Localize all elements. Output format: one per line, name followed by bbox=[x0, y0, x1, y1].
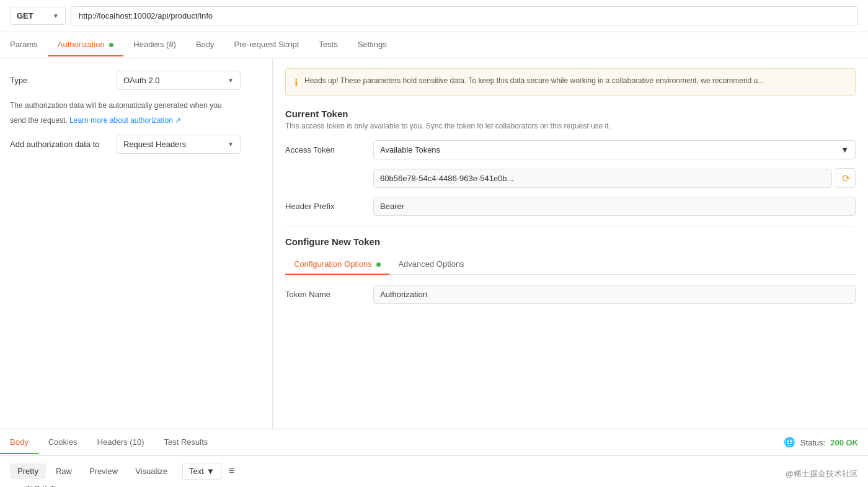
config-tabs-nav: Configuration Options Advanced Options bbox=[285, 254, 856, 275]
raw-button[interactable]: Raw bbox=[48, 463, 79, 479]
config-options-dot bbox=[376, 262, 381, 267]
text-label: Text bbox=[189, 467, 204, 476]
right-panel: ℹ Heads up! These parameters hold sensit… bbox=[273, 58, 868, 429]
type-value: OAuth 2.0 bbox=[123, 76, 160, 85]
token-refresh-button[interactable]: ⟳ bbox=[836, 168, 856, 188]
token-name-input[interactable] bbox=[373, 285, 856, 304]
tab-prerequest[interactable]: Pre-request Script bbox=[224, 34, 309, 56]
available-tokens-dropdown[interactable]: Available Tokens ▼ bbox=[373, 140, 856, 159]
url-input[interactable] bbox=[71, 6, 858, 25]
warning-icon: ℹ bbox=[294, 77, 298, 88]
token-value-row: ⟳ bbox=[285, 168, 856, 188]
config-title: Configure New Token bbox=[285, 236, 856, 247]
status-area: 🌐 Status: 200 OK bbox=[784, 437, 868, 448]
add-to-chevron-icon: ▼ bbox=[228, 141, 234, 148]
tab-authorization[interactable]: Authorization bbox=[48, 34, 124, 56]
token-value-wrap: ⟳ bbox=[373, 168, 856, 188]
add-to-row: Add authorization data to Request Header… bbox=[10, 135, 262, 154]
auth-description-block: The authorization data will be automatic… bbox=[10, 100, 262, 126]
section-divider bbox=[285, 226, 856, 226]
add-to-dropdown[interactable]: Request Headers ▼ bbox=[117, 135, 241, 154]
token-name-row: Token Name bbox=[285, 285, 856, 304]
pretty-button[interactable]: Pretty bbox=[10, 463, 46, 479]
type-dropdown[interactable]: OAuth 2.0 ▼ bbox=[117, 71, 241, 90]
add-to-value: Request Headers bbox=[123, 140, 186, 149]
response-content: Pretty Raw Preview Visualize Text ▼ ≡ 1 … bbox=[0, 456, 868, 487]
available-tokens-label: Available Tokens bbox=[380, 145, 440, 154]
preview-button[interactable]: Preview bbox=[82, 463, 125, 479]
url-bar: GET ▼ bbox=[0, 0, 868, 32]
current-token-title: Current Token bbox=[285, 109, 856, 119]
tab-params[interactable]: Params bbox=[0, 34, 48, 56]
response-tab-cookies[interactable]: Cookies bbox=[38, 431, 87, 454]
globe-icon: 🌐 bbox=[784, 437, 795, 448]
access-token-row: Access Token Available Tokens ▼ bbox=[285, 140, 856, 159]
token-value-input[interactable] bbox=[373, 169, 832, 188]
response-tab-test-results[interactable]: Test Results bbox=[154, 431, 218, 454]
warning-banner: ℹ Heads up! These parameters hold sensit… bbox=[285, 68, 856, 96]
config-tab-options[interactable]: Configuration Options bbox=[285, 254, 389, 275]
type-row: Type OAuth 2.0 ▼ bbox=[10, 71, 262, 90]
tab-tests[interactable]: Tests bbox=[309, 34, 347, 56]
text-chevron-icon: ▼ bbox=[206, 467, 215, 476]
left-panel: Type OAuth 2.0 ▼ The authorization data … bbox=[0, 58, 273, 429]
header-prefix-row: Header Prefix bbox=[285, 197, 856, 216]
configure-new-token-section: Configure New Token Configuration Option… bbox=[285, 236, 856, 304]
access-token-label: Access Token bbox=[285, 145, 366, 154]
header-prefix-label: Header Prefix bbox=[285, 202, 366, 211]
filter-button[interactable]: ≡ bbox=[224, 462, 239, 480]
request-tabs-nav: Params Authorization Headers (8) Body Pr… bbox=[0, 32, 868, 58]
response-line-content: 产品信息 bbox=[25, 485, 57, 487]
header-prefix-input[interactable] bbox=[373, 197, 856, 216]
refresh-icon: ⟳ bbox=[842, 172, 850, 184]
method-chevron-icon: ▼ bbox=[53, 12, 59, 19]
learn-more-link[interactable]: Learn more about authorization ↗ bbox=[69, 116, 181, 125]
text-select-dropdown[interactable]: Text ▼ bbox=[182, 463, 221, 480]
response-code-line: 1 产品信息 bbox=[10, 485, 858, 487]
main-content: Type OAuth 2.0 ▼ The authorization data … bbox=[0, 58, 868, 429]
tab-headers[interactable]: Headers (8) bbox=[123, 34, 186, 56]
response-tab-body[interactable]: Body bbox=[0, 431, 38, 454]
authorization-dot bbox=[109, 43, 113, 47]
warning-text: Heads up! These parameters hold sensitiv… bbox=[304, 76, 764, 85]
type-chevron-icon: ▼ bbox=[228, 77, 234, 84]
token-name-label: Token Name bbox=[285, 290, 366, 299]
tab-body[interactable]: Body bbox=[186, 34, 224, 56]
method-label: GET bbox=[17, 11, 33, 20]
status-value: 200 OK bbox=[830, 438, 858, 447]
response-tabs-nav: Body Cookies Headers (10) Test Results 🌐… bbox=[0, 429, 868, 456]
watermark: @稀土掘金技术社区 bbox=[786, 468, 858, 480]
config-tab-advanced[interactable]: Advanced Options bbox=[389, 254, 472, 275]
access-token-wrap: Available Tokens ▼ bbox=[373, 140, 856, 159]
type-label: Type bbox=[10, 76, 109, 85]
filter-icon: ≡ bbox=[229, 465, 234, 476]
add-to-label: Add authorization data to bbox=[10, 140, 109, 149]
current-token-subtitle: This access token is only available to y… bbox=[285, 122, 856, 130]
available-tokens-chevron-icon: ▼ bbox=[841, 145, 849, 154]
status-label: Status: bbox=[800, 438, 825, 447]
method-selector[interactable]: GET ▼ bbox=[10, 7, 66, 25]
response-tab-headers[interactable]: Headers (10) bbox=[87, 431, 154, 454]
current-token-section: Current Token This access token is only … bbox=[285, 109, 856, 216]
auth-desc-2: send the request. Learn more about autho… bbox=[10, 115, 262, 126]
tab-settings[interactable]: Settings bbox=[348, 34, 397, 56]
auth-desc-1: The authorization data will be automatic… bbox=[10, 100, 262, 111]
response-toolbar: Pretty Raw Preview Visualize Text ▼ ≡ bbox=[10, 462, 858, 480]
visualize-button[interactable]: Visualize bbox=[128, 463, 175, 479]
